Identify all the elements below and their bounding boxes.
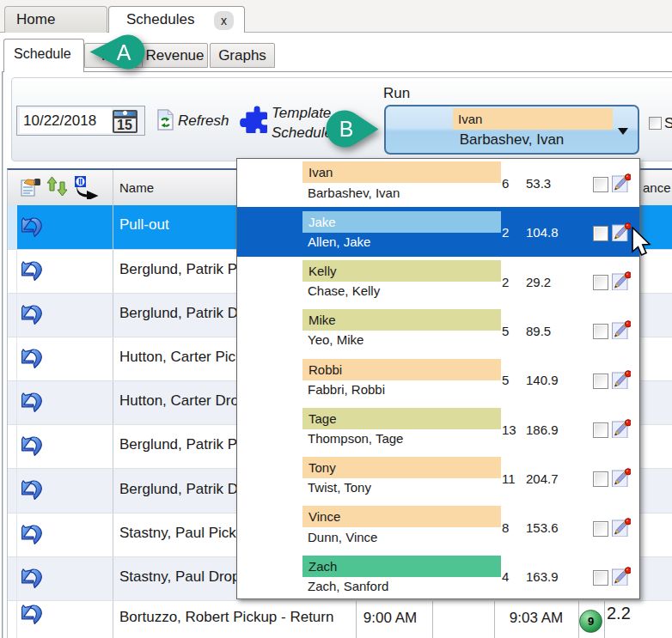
svg-text:A: A [117,40,131,64]
svg-text:B: B [339,117,354,141]
